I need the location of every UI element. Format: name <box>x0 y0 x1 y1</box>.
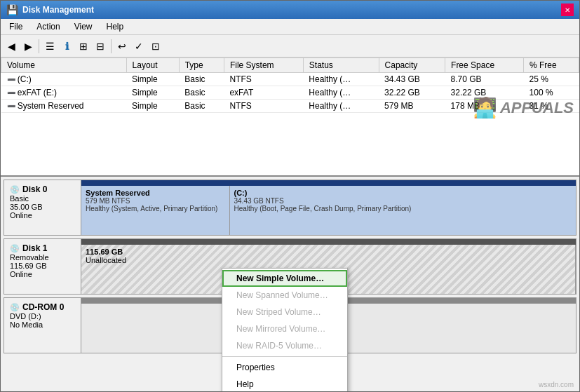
disk1-type: Removable <box>10 253 75 262</box>
cell-layout: Simple <box>126 100 179 113</box>
toolbar-sep1 <box>39 39 39 53</box>
cell-capacity: 34.43 GB <box>379 73 445 86</box>
toolbar-btn-8[interactable]: ✓ <box>131 39 147 54</box>
disk0-part0-detail1: 579 MB NTFS <box>86 197 225 205</box>
col-volume[interactable]: Volume <box>1 58 127 73</box>
toolbar-btn-7[interactable]: ↩ <box>114 39 130 54</box>
disk1-name: Disk 1 <box>22 243 47 253</box>
cell-status: Healthy (… <box>303 86 379 100</box>
disk0-content: System Reserved 579 MB NTFS Healthy (Sys… <box>81 186 576 235</box>
disk0-status: Online <box>10 211 75 219</box>
cell-volume: ➖ exFAT (E:) <box>1 86 127 100</box>
disk1-unallocated-label: Unallocated <box>86 256 571 264</box>
col-status[interactable]: Status <box>303 58 379 73</box>
disk1-status: Online <box>10 270 75 278</box>
cell-capacity: 32.22 GB <box>379 86 445 100</box>
disk0-part1-name: (C:) <box>234 189 572 197</box>
cell-volume: ➖ (C:) <box>1 73 127 86</box>
cdrom0-type: DVD (D:) <box>10 312 75 320</box>
cell-fs: NTFS <box>224 73 303 86</box>
disk0-top-bar <box>81 180 576 186</box>
cell-fs: NTFS <box>224 100 303 113</box>
col-fs[interactable]: File System <box>224 58 303 73</box>
cell-fs: exFAT <box>224 86 303 100</box>
ctx-separator <box>222 356 347 357</box>
cell-type: Basic <box>179 86 224 100</box>
close-button[interactable]: ✕ <box>561 4 574 16</box>
toolbar-btn-9[interactable]: ⊡ <box>148 39 163 54</box>
context-menu: New Simple Volume… New Spanned Volume… N… <box>222 268 348 391</box>
menu-view[interactable]: View <box>69 20 98 33</box>
bottom-panel: 💿 Disk 0 Basic 35.00 GB Online System Re… <box>1 177 579 391</box>
cdrom0-label: 💿 CD-ROM 0 DVD (D:) No Media <box>4 298 81 353</box>
menu-action[interactable]: Action <box>31 20 65 33</box>
disk0-name: Disk 0 <box>22 184 47 194</box>
disk0-part0-detail2: Healthy (System, Active, Primary Partiti… <box>86 205 225 212</box>
forward-button[interactable]: ▶ <box>20 39 36 54</box>
cell-pctfree: 25 % <box>524 73 579 86</box>
ctx-new-spanned-volume: New Spanned Volume… <box>222 287 347 304</box>
brand-mascot: 🧑‍💻 <box>473 96 497 119</box>
table-row[interactable]: ➖ (C:) Simple Basic NTFS Healthy (… 34.4… <box>1 73 579 86</box>
disk0-type: Basic <box>10 194 75 203</box>
toolbar-btn-6[interactable]: ⊟ <box>93 39 108 54</box>
ctx-help[interactable]: Help <box>222 376 347 391</box>
disk1-unallocated-size: 115.69 GB <box>86 248 571 256</box>
app-window: 💾 Disk Management ✕ File Action View Hel… <box>0 0 580 392</box>
menu-bar: File Action View Help <box>1 19 579 35</box>
disk0-label: 💿 Disk 0 Basic 35.00 GB Online <box>4 180 81 235</box>
back-button[interactable]: ◀ <box>4 39 19 54</box>
branding: 🧑‍💻 APPUALS <box>473 96 574 119</box>
disk0-part0[interactable]: System Reserved 579 MB NTFS Healthy (Sys… <box>81 186 230 235</box>
disk0-part1-detail2: Healthy (Boot, Page File, Crash Dump, Pr… <box>234 205 572 212</box>
menu-file[interactable]: File <box>4 20 28 33</box>
ctx-new-simple-volume[interactable]: New Simple Volume… <box>222 270 347 287</box>
disk0-part1[interactable]: (C:) 34.43 GB NTFS Healthy (Boot, Page F… <box>230 186 576 235</box>
disk1-icon: 💿 <box>10 244 20 253</box>
cell-layout: Simple <box>126 86 179 100</box>
toolbar: ◀ ▶ ☰ ℹ ⊞ ⊟ ↩ ✓ ⊡ <box>1 35 579 58</box>
ctx-new-raid5-volume: New RAID-5 Volume… <box>222 337 347 354</box>
cdrom0-icon: 💿 <box>10 303 20 312</box>
watermark: wsxdn.com <box>539 381 574 388</box>
col-type[interactable]: Type <box>179 58 224 73</box>
disk0-part1-detail1: 34.43 GB NTFS <box>234 197 572 205</box>
cell-freespace: 8.70 GB <box>445 73 524 86</box>
col-capacity[interactable]: Capacity <box>379 58 445 73</box>
menu-help[interactable]: Help <box>101 20 130 33</box>
ctx-properties[interactable]: Properties <box>222 359 347 376</box>
cell-type: Basic <box>179 100 224 113</box>
brand-text: APPUALS <box>500 99 574 117</box>
disk0-icon: 💿 <box>10 185 20 194</box>
col-freespace[interactable]: Free Space <box>445 58 524 73</box>
cell-status: Healthy (… <box>303 100 379 113</box>
cell-volume: ➖ System Reserved <box>1 100 127 113</box>
panels-area: 🧑‍💻 APPUALS Volume Layout Type File Syst… <box>1 58 579 391</box>
toolbar-btn-4[interactable]: ℹ <box>59 39 74 54</box>
col-layout[interactable]: Layout <box>126 58 179 73</box>
title-bar-text: Disk Management <box>22 5 94 15</box>
ctx-new-striped-volume: New Striped Volume… <box>222 304 347 320</box>
disk0-part0-name: System Reserved <box>86 189 225 197</box>
disk0-row: 💿 Disk 0 Basic 35.00 GB Online System Re… <box>4 180 576 236</box>
cell-status: Healthy (… <box>303 73 379 86</box>
cell-layout: Simple <box>126 73 179 86</box>
cdrom0-status: No Media <box>10 320 75 329</box>
toolbar-btn-3[interactable]: ☰ <box>42 39 58 54</box>
ctx-new-mirrored-volume: New Mirrored Volume… <box>222 320 347 337</box>
disk1-label: 💿 Disk 1 Removable 115.69 GB Online <box>4 239 81 294</box>
app-icon: 💾 <box>6 4 18 15</box>
cell-capacity: 579 MB <box>379 100 445 113</box>
toolbar-btn-5[interactable]: ⊞ <box>76 39 91 54</box>
cell-type: Basic <box>179 73 224 86</box>
cdrom0-name: CD-ROM 0 <box>22 302 64 312</box>
toolbar-sep2 <box>111 39 112 53</box>
disk0-size: 35.00 GB <box>10 203 75 211</box>
disk1-top-bar <box>81 239 576 245</box>
disk0-partitions: System Reserved 579 MB NTFS Healthy (Sys… <box>81 180 576 235</box>
col-pctfree[interactable]: % Free <box>524 58 579 73</box>
disk1-size: 115.69 GB <box>10 262 75 270</box>
title-bar: 💾 Disk Management ✕ <box>1 1 579 19</box>
